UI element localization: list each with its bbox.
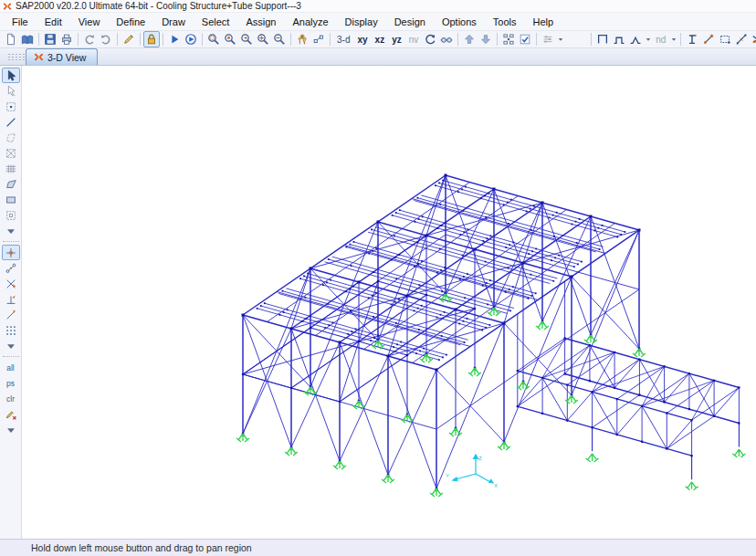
redo-button[interactable] bbox=[98, 31, 114, 47]
menu-edit[interactable]: Edit bbox=[37, 15, 70, 29]
move-down-in-list-button[interactable] bbox=[478, 31, 494, 47]
draw-quad-area-button[interactable] bbox=[2, 176, 20, 192]
menu-options[interactable]: Options bbox=[434, 15, 485, 29]
draw-area-crossed-button[interactable] bbox=[2, 145, 20, 161]
draw-special-joint-button[interactable] bbox=[2, 99, 20, 114]
snap-tools-dropdown[interactable] bbox=[2, 338, 20, 353]
toolbar-separator bbox=[591, 33, 592, 46]
snap-to-grid-button[interactable] bbox=[2, 322, 20, 338]
object-shrink-toggle-button[interactable] bbox=[500, 31, 517, 47]
draw-strip-area-button[interactable] bbox=[2, 161, 20, 176]
end-releases-button[interactable] bbox=[700, 31, 717, 47]
draw-poly-area-button[interactable] bbox=[2, 130, 20, 145]
run-all-button[interactable] bbox=[183, 31, 199, 47]
set-display-options-button[interactable] bbox=[517, 31, 533, 47]
view-xy-button[interactable]: xy bbox=[353, 35, 371, 45]
trim-frames-button[interactable] bbox=[750, 31, 756, 47]
magout-icon bbox=[273, 33, 286, 46]
draw-frame-button[interactable] bbox=[2, 114, 20, 130]
toolbar-separator bbox=[536, 33, 537, 46]
draw-area-more-button[interactable] bbox=[2, 207, 20, 223]
support-glyph bbox=[584, 335, 597, 343]
pointer2-icon bbox=[5, 85, 17, 98]
draw-frame-section-button[interactable] bbox=[594, 31, 611, 47]
object-snap-button[interactable] bbox=[310, 31, 327, 47]
model-3d-view[interactable]: ZYX bbox=[22, 66, 756, 539]
more-display-options-button[interactable] bbox=[540, 31, 556, 47]
dashed-select-button[interactable] bbox=[717, 31, 733, 47]
zoom-in-button[interactable] bbox=[255, 31, 271, 47]
select-all-button[interactable]: all bbox=[2, 360, 20, 375]
print-button[interactable] bbox=[58, 31, 75, 47]
menu-draw[interactable]: Draw bbox=[153, 15, 194, 29]
insertion-point-button[interactable] bbox=[684, 31, 700, 47]
quick-draw-dropdown[interactable] bbox=[644, 31, 652, 47]
lock-model-button[interactable] bbox=[143, 31, 160, 47]
previous-zoom-button[interactable] bbox=[238, 31, 255, 47]
toolbar-grip bbox=[7, 53, 26, 62]
snap-to-joints-button[interactable] bbox=[2, 245, 20, 260]
menu-select[interactable]: Select bbox=[194, 15, 238, 29]
undo-button[interactable] bbox=[81, 31, 98, 47]
view-nd-button: nd bbox=[652, 35, 669, 45]
quick-draw-brace-button[interactable] bbox=[627, 31, 644, 47]
print-icon bbox=[60, 33, 73, 46]
select-tools-dropdown[interactable] bbox=[2, 422, 20, 437]
divide-frames-button[interactable] bbox=[733, 31, 750, 47]
menu-define[interactable]: Define bbox=[108, 15, 153, 29]
glasses-icon bbox=[440, 33, 453, 46]
perspective-toggle-button[interactable] bbox=[438, 31, 455, 47]
previous-selection-button[interactable]: ps bbox=[2, 375, 20, 391]
nd-dropdown[interactable] bbox=[669, 31, 677, 47]
gridstrip-icon bbox=[5, 163, 17, 175]
reshape-pointer-button[interactable] bbox=[2, 83, 20, 99]
new-model-button[interactable] bbox=[3, 31, 19, 47]
snap-to-perpendicular-button[interactable] bbox=[2, 291, 20, 307]
zoom-out-button[interactable] bbox=[271, 31, 288, 47]
save-model-button[interactable] bbox=[42, 31, 58, 47]
sap2000-logo-icon bbox=[3, 2, 12, 11]
tab-3d-view[interactable]: 3-D View bbox=[26, 48, 98, 65]
rail-separator bbox=[3, 241, 19, 242]
restore-full-view-button[interactable] bbox=[222, 31, 238, 47]
menu-display[interactable]: Display bbox=[337, 15, 386, 29]
rotate-3d-view-button[interactable] bbox=[422, 31, 438, 47]
view-xz-button[interactable]: xz bbox=[372, 35, 389, 45]
menu-design[interactable]: Design bbox=[386, 15, 434, 29]
menu-assign[interactable]: Assign bbox=[237, 15, 284, 29]
deselect-tool-button[interactable] bbox=[2, 406, 20, 422]
snapx-icon bbox=[5, 278, 17, 290]
pan-button[interactable] bbox=[294, 31, 310, 47]
view-yz-button[interactable]: yz bbox=[388, 35, 405, 45]
refresh-window-button[interactable] bbox=[121, 31, 137, 47]
open-file-button[interactable] bbox=[19, 31, 36, 47]
view-3d-button[interactable]: 3-d bbox=[333, 35, 353, 45]
rubber-band-zoom-button[interactable] bbox=[205, 31, 222, 47]
draw-rect-area-button[interactable] bbox=[2, 192, 20, 207]
clear-selection-button[interactable]: clr bbox=[2, 391, 20, 406]
select-pointer-button[interactable] bbox=[2, 68, 20, 83]
joint-icon bbox=[5, 100, 17, 113]
snapgrid-icon bbox=[5, 324, 17, 337]
toolbar-separator bbox=[38, 33, 39, 46]
toolbar-separator bbox=[680, 33, 681, 46]
menu-help[interactable]: Help bbox=[525, 15, 562, 29]
quick-draw-frame-button[interactable] bbox=[611, 31, 627, 47]
display-options-dropdown[interactable] bbox=[556, 31, 564, 47]
pencilx-icon bbox=[5, 408, 17, 421]
menu-file[interactable]: File bbox=[4, 15, 37, 29]
arrdn-icon bbox=[479, 33, 492, 46]
snap-to-intersections-button[interactable] bbox=[2, 276, 20, 291]
draw-tools-dropdown[interactable] bbox=[2, 223, 20, 238]
lock-icon bbox=[145, 33, 158, 46]
model-canvas[interactable]: ZYX bbox=[22, 66, 756, 539]
menu-analyze[interactable]: Analyze bbox=[284, 15, 336, 29]
arrup-icon bbox=[463, 33, 476, 46]
snap-to-lines-button[interactable] bbox=[2, 307, 20, 322]
menu-tools[interactable]: Tools bbox=[485, 15, 525, 29]
move-up-in-list-button[interactable] bbox=[461, 31, 478, 47]
run-analysis-button[interactable] bbox=[166, 31, 183, 47]
snap-to-midpoints-button[interactable] bbox=[2, 260, 20, 276]
menu-view[interactable]: View bbox=[70, 15, 109, 29]
trim-icon bbox=[751, 33, 756, 46]
